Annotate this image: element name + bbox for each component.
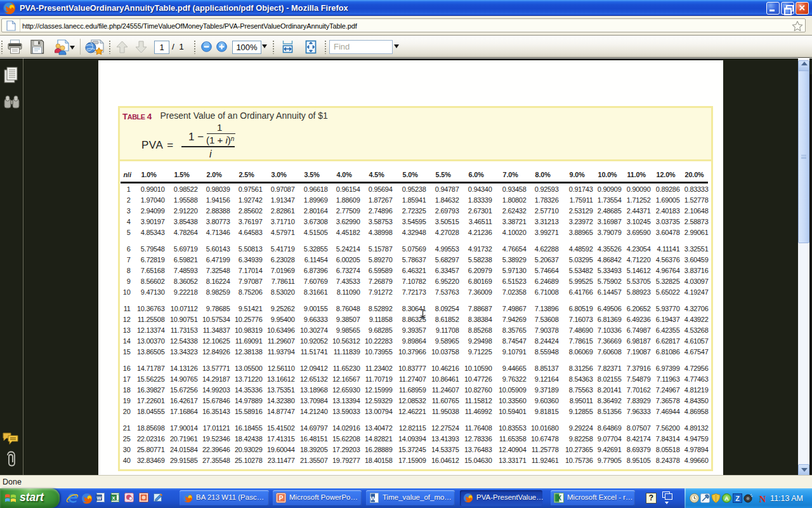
svg-text:X: X: [112, 495, 115, 501]
svg-text:X: X: [557, 495, 561, 502]
svg-text:P: P: [279, 495, 284, 502]
svg-text:W: W: [96, 495, 102, 501]
svg-text:A: A: [724, 495, 729, 502]
svg-text:N: N: [759, 494, 766, 504]
svg-text:W: W: [370, 495, 376, 502]
svg-text:Z: Z: [735, 495, 740, 502]
